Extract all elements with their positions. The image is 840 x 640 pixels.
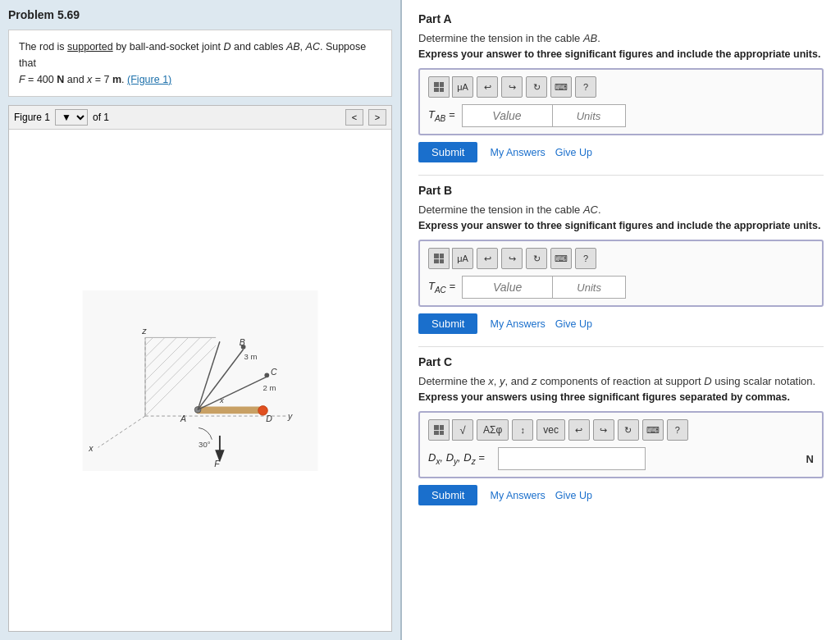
part-c-keyboard-btn[interactable]: ⌨ xyxy=(642,419,664,441)
part-b-matrix-btn[interactable] xyxy=(428,248,450,269)
part-a-help-btn[interactable]: ? xyxy=(575,76,596,98)
part-c-my-answers-link[interactable]: My Answers xyxy=(490,490,545,501)
figure-label: Figure 1 xyxy=(14,112,50,123)
underline-supported: supported xyxy=(67,41,113,53)
part-b-help-btn[interactable]: ? xyxy=(575,248,596,269)
svg-text:3 m: 3 m xyxy=(244,352,258,361)
part-b-ua-btn[interactable]: μA xyxy=(452,248,473,269)
figure-link[interactable]: (Figure 1) xyxy=(127,74,171,85)
figure-next-btn[interactable]: > xyxy=(368,109,386,126)
part-c-matrix-btn[interactable] xyxy=(428,419,450,441)
svg-text:30°: 30° xyxy=(199,440,211,449)
part-c-instruction: Express your answers using three signifi… xyxy=(418,391,824,403)
figure-of: of 1 xyxy=(93,112,109,123)
part-a-units-input[interactable] xyxy=(552,104,626,127)
part-c-input[interactable] xyxy=(498,447,646,470)
problem-statement: The rod is supported by ball-and-socket … xyxy=(8,30,392,97)
part-c-answer-links: My Answers Give Up xyxy=(490,490,592,501)
part-a-instruction: Express your answer to three significant… xyxy=(418,48,824,60)
part-c-help-btn[interactable]: ? xyxy=(667,419,688,441)
svg-text:C: C xyxy=(271,367,277,377)
part-a-matrix-btn[interactable] xyxy=(428,76,450,98)
part-c-title: Part C xyxy=(418,355,824,368)
part-b-give-up-link[interactable]: Give Up xyxy=(555,318,592,330)
part-b-submit-row: Submit My Answers Give Up xyxy=(418,313,824,334)
part-b-section: Part B Determine the tension in the cabl… xyxy=(418,184,824,347)
part-b-undo-btn[interactable]: ↩ xyxy=(477,248,498,269)
figure-toolbar: Figure 1 ▼ of 1 < > xyxy=(9,106,391,130)
svg-point-18 xyxy=(264,373,269,377)
svg-text:x: x xyxy=(88,443,94,453)
part-c-submit-btn[interactable]: Submit xyxy=(418,485,477,505)
svg-rect-7 xyxy=(196,406,262,414)
part-a-question: Determine the tension in the cable AB. xyxy=(418,32,824,44)
figure-prev-btn[interactable]: < xyxy=(345,109,363,126)
part-a-ua-btn[interactable]: μA xyxy=(452,76,473,98)
part-c-answer-box: √ ΑΣφ ↕ vec ↩ ↪ ↻ ⌨ ? Dx, Dy, Dz = N xyxy=(418,411,824,478)
svg-text:F: F xyxy=(214,459,220,469)
part-b-submit-btn[interactable]: Submit xyxy=(418,313,477,334)
part-c-question: Determine the x, y, and z components of … xyxy=(418,375,824,387)
part-a-answer-box: μA ↩ ↪ ↻ ⌨ ? TAB = xyxy=(418,68,824,135)
part-b-toolbar: μA ↩ ↪ ↻ ⌨ ? xyxy=(428,248,814,269)
part-c-refresh-btn[interactable]: ↻ xyxy=(618,419,639,441)
part-a-undo-btn[interactable]: ↩ xyxy=(477,76,498,98)
part-a-my-answers-link[interactable]: My Answers xyxy=(490,147,545,158)
part-c-submit-row: Submit My Answers Give Up xyxy=(418,485,824,505)
part-c-aephi-btn[interactable]: ΑΣφ xyxy=(477,419,509,441)
figure-select[interactable]: ▼ xyxy=(55,109,88,126)
part-b-question: Determine the tension in the cable AC. xyxy=(418,203,824,216)
part-a-redo-btn[interactable]: ↪ xyxy=(501,76,523,98)
problem-title: Problem 5.69 xyxy=(8,8,392,21)
figure-area: Figure 1 ▼ of 1 < > y z x xyxy=(8,105,392,632)
part-c-section: Part C Determine the x, y, and z compone… xyxy=(418,355,824,518)
part-c-unit: N xyxy=(806,453,814,465)
figure-content: y z x A D B xyxy=(9,130,391,631)
part-a-title: Part A xyxy=(418,12,824,25)
part-b-answer-box: μA ↩ ↪ ↻ ⌨ ? TAC = xyxy=(418,240,824,307)
part-a-toolbar: μA ↩ ↪ ↻ ⌨ ? xyxy=(428,76,814,98)
part-c-label: Dx, Dy, Dz = xyxy=(428,451,485,466)
part-b-label: TAC = xyxy=(428,280,455,295)
svg-text:A: A xyxy=(180,413,186,423)
part-a-answer-links: My Answers Give Up xyxy=(490,147,592,158)
part-b-redo-btn[interactable]: ↪ xyxy=(501,248,523,269)
part-b-instruction: Express your answer to three significant… xyxy=(418,220,824,231)
part-a-submit-btn[interactable]: Submit xyxy=(418,142,477,162)
part-a-give-up-link[interactable]: Give Up xyxy=(555,147,592,158)
part-b-units-input[interactable] xyxy=(552,276,626,299)
diagram-svg: y z x A D B xyxy=(77,290,323,471)
right-panel: Part A Determine the tension in the cabl… xyxy=(402,0,840,640)
part-b-value-input[interactable] xyxy=(462,276,552,299)
part-c-give-up-link[interactable]: Give Up xyxy=(555,490,592,501)
svg-text:y: y xyxy=(287,410,293,420)
part-c-redo-btn[interactable]: ↪ xyxy=(593,419,614,441)
part-c-answer-row: Dx, Dy, Dz = N xyxy=(428,447,814,470)
part-a-answer-row: TAB = xyxy=(428,104,814,127)
part-a-submit-row: Submit My Answers Give Up xyxy=(418,142,824,162)
svg-text:2 m: 2 m xyxy=(263,383,276,392)
part-c-vec-btn[interactable]: vec xyxy=(536,419,565,441)
part-b-my-answers-link[interactable]: My Answers xyxy=(490,318,545,330)
part-b-answer-links: My Answers Give Up xyxy=(490,318,592,330)
part-b-answer-row: TAC = xyxy=(428,276,814,299)
part-b-title: Part B xyxy=(418,184,824,197)
part-c-toolbar: √ ΑΣφ ↕ vec ↩ ↪ ↻ ⌨ ? xyxy=(428,419,814,441)
left-panel: Problem 5.69 The rod is supported by bal… xyxy=(0,0,402,640)
part-c-sqrt-btn[interactable]: √ xyxy=(452,419,473,441)
svg-point-16 xyxy=(241,345,246,350)
part-b-refresh-btn[interactable]: ↻ xyxy=(526,248,547,269)
part-a-label: TAB = xyxy=(428,108,455,123)
part-a-value-input[interactable] xyxy=(462,104,552,127)
svg-text:z: z xyxy=(141,325,147,335)
part-a-refresh-btn[interactable]: ↻ xyxy=(526,76,547,98)
part-a-section: Part A Determine the tension in the cabl… xyxy=(418,12,824,176)
svg-text:D: D xyxy=(266,413,272,423)
part-b-keyboard-btn[interactable]: ⌨ xyxy=(550,248,572,269)
part-a-keyboard-btn[interactable]: ⌨ xyxy=(550,76,572,98)
part-c-arrows-btn[interactable]: ↕ xyxy=(512,419,533,441)
part-c-undo-btn[interactable]: ↩ xyxy=(568,419,590,441)
